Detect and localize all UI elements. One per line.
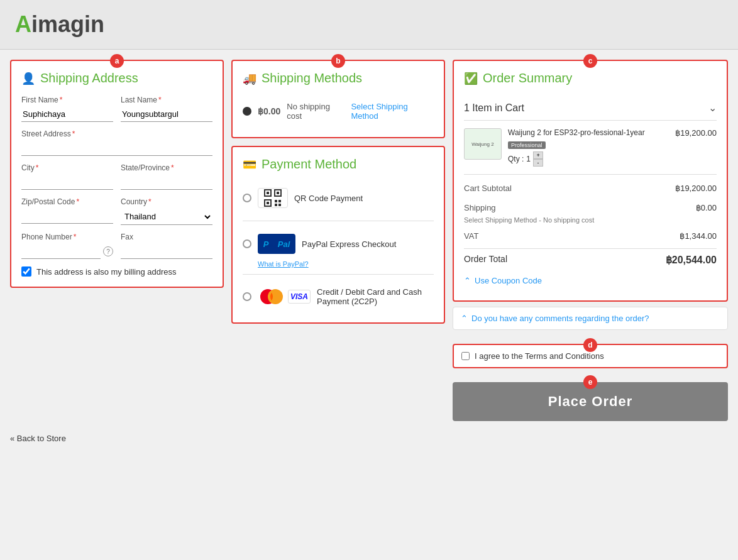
payment-method-title: 💳 Payment Method	[243, 157, 434, 172]
svg-rect-7	[278, 200, 281, 202]
state-group: State/Province*	[121, 163, 212, 190]
coupon-label: Use Coupon Code	[475, 276, 542, 285]
last-name-input[interactable]	[121, 107, 212, 122]
country-label: Country*	[121, 197, 212, 206]
order-total-value: ฿20,544.00	[666, 254, 717, 266]
item-count-text: 1 Item in Cart	[464, 102, 524, 114]
order-total-label: Order Total	[464, 254, 507, 266]
shipping-radio[interactable]	[243, 107, 251, 116]
header: Aimagin	[0, 0, 738, 50]
order-summary-title: ✅ Order Summary	[464, 71, 717, 85]
svg-rect-1	[267, 192, 269, 194]
street-address-group: Street Address*	[21, 129, 212, 156]
item-details: Waijung 2 for ESP32-pro-fessional-1year …	[508, 128, 669, 167]
vat-label: VAT	[464, 231, 478, 241]
shipping-link[interactable]: Select Shipping Method	[351, 102, 434, 121]
right-column: c ✅ Order Summary 1 Item in Cart ⌄ Waiju…	[453, 60, 728, 421]
cart-subtotal-row: Cart Subtotal ฿19,200.00	[464, 181, 717, 195]
qr-payment-label: QR Code Payment	[294, 194, 363, 203]
fax-input[interactable]	[121, 244, 212, 259]
first-name-label: First Name*	[21, 96, 113, 104]
terms-label: I agree to the Terms and Conditions	[475, 351, 604, 361]
zip-label: Zip/Postal Code*	[21, 197, 113, 206]
qr-logo	[258, 188, 288, 208]
chevron-down-icon: ⌄	[708, 102, 717, 114]
qr-payment-option[interactable]: QR Code Payment	[243, 182, 434, 214]
chevron-up-icon: ⌃	[464, 276, 471, 285]
user-icon: 👤	[21, 72, 35, 85]
mastercard-logo	[258, 288, 285, 305]
order-total-row: Order Total ฿20,544.00	[464, 248, 717, 271]
vat-row: VAT ฿1,344.00	[464, 229, 717, 243]
back-to-store-link[interactable]: « Back to Store	[10, 434, 66, 443]
what-paypal-link[interactable]: What is PayPal?	[258, 260, 434, 268]
item-badge: Professional	[508, 141, 546, 149]
billing-checkbox-row: This address is also my billing address	[21, 266, 212, 277]
badge-a: a	[110, 54, 124, 68]
item-count-header[interactable]: 1 Item in Cart ⌄	[464, 96, 717, 121]
logo: Aimagin	[15, 11, 104, 37]
comments-row[interactable]: ⌃ Do you have any comments regarding the…	[453, 307, 728, 330]
check-circle-icon: ✅	[464, 72, 478, 85]
card-payment-option[interactable]: VISA Credit / Debit Card and Cash Paymen…	[243, 281, 434, 312]
city-input[interactable]	[21, 175, 113, 190]
shipping-row: Shipping ฿0.00	[464, 200, 717, 215]
shipping-note: Select Shipping Method - No shipping cos…	[464, 216, 717, 224]
phone-info-icon[interactable]: ?	[103, 246, 113, 256]
terms-row: d I agree to the Terms and Conditions	[453, 344, 728, 368]
paypal-radio[interactable]	[243, 239, 251, 248]
shipping-address-title: 👤 Shipping Address	[21, 71, 212, 85]
terms-checkbox[interactable]	[461, 352, 470, 360]
qty-controls: + -	[533, 151, 543, 167]
qty-increase[interactable]: +	[533, 151, 543, 159]
card-radio[interactable]	[243, 292, 251, 301]
badge-d: d	[583, 338, 597, 352]
shipping-address-panel: a 👤 Shipping Address First Name* Last Na…	[10, 60, 224, 288]
phone-fax-row: Phone Number* ? Fax	[21, 233, 212, 259]
zip-group: Zip/Postal Code*	[21, 197, 113, 225]
qr-radio[interactable]	[243, 194, 251, 202]
paypal-option[interactable]: PayPal PayPal Express Checkout	[243, 228, 434, 260]
item-image: Waijung 2	[464, 128, 502, 160]
card-payment-label: Credit / Debit Card and Cash Payment (2C…	[317, 287, 434, 306]
street-address-label: Street Address*	[21, 129, 212, 138]
svg-rect-5	[267, 202, 269, 204]
first-name-input[interactable]	[21, 107, 113, 122]
card-icon: 💳	[243, 158, 256, 172]
qty-label: Qty :	[508, 155, 524, 163]
shipping-price: ฿0.00	[258, 106, 280, 116]
first-name-group: First Name*	[21, 96, 113, 122]
fax-label: Fax	[121, 233, 212, 241]
place-order-container: e Place Order	[453, 382, 728, 421]
vat-value: ฿1,344.00	[680, 231, 717, 241]
city-group: City*	[21, 163, 113, 190]
svg-rect-6	[275, 200, 277, 202]
country-select[interactable]: Thailand United States Japan China	[121, 209, 212, 225]
logo-rest: imagin	[31, 11, 104, 37]
cart-subtotal-label: Cart Subtotal	[464, 184, 512, 193]
payment-divider-1	[243, 221, 434, 221]
coupon-row[interactable]: ⌃ Use Coupon Code	[464, 271, 717, 290]
street-address-input[interactable]	[21, 141, 212, 156]
phone-input[interactable]	[21, 244, 101, 259]
badge-e: e	[583, 375, 597, 389]
state-input[interactable]	[121, 175, 212, 190]
qty-decrease[interactable]: -	[533, 159, 543, 167]
zip-input[interactable]	[21, 209, 113, 224]
middle-column: b 🚚 Shipping Methods ฿0.00 No shipping c…	[231, 60, 445, 324]
back-to-store-section: « Back to Store	[0, 426, 738, 448]
payment-method-panel: 💳 Payment Method	[231, 146, 445, 324]
visa-logo: VISA	[288, 290, 311, 304]
qty-value: 1	[526, 155, 531, 163]
city-label: City*	[21, 163, 113, 172]
shipping-methods-panel: b 🚚 Shipping Methods ฿0.00 No shipping c…	[231, 60, 445, 138]
billing-checkbox[interactable]	[21, 266, 31, 277]
order-summary-panel: c ✅ Order Summary 1 Item in Cart ⌄ Waiju…	[453, 60, 728, 302]
fax-group: Fax	[121, 233, 212, 259]
name-row: First Name* Last Name*	[21, 96, 212, 122]
svg-rect-3	[277, 192, 279, 194]
item-qty-row: Qty : 1 + -	[508, 151, 669, 167]
comments-label: Do you have any comments regarding the o…	[471, 314, 649, 323]
shipping-option: ฿0.00 No shipping cost Select Shipping M…	[243, 96, 434, 127]
city-state-row: City* State/Province*	[21, 163, 212, 190]
